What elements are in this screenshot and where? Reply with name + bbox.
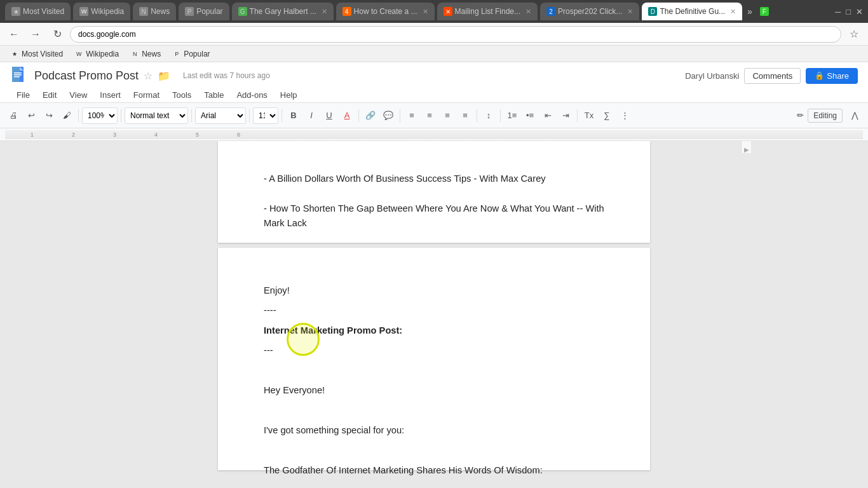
- redo-button[interactable]: ↪: [41, 107, 57, 124]
- doc-godfather-heading: The Godfather Of Internet Marketing Shar…: [264, 463, 604, 478]
- menu-addons[interactable]: Add-ons: [230, 88, 273, 102]
- minimize-icon[interactable]: ─: [835, 7, 841, 17]
- underline-button[interactable]: U: [321, 107, 337, 124]
- tab-prosper202[interactable]: 2 Prosper202 Click... ✕: [540, 3, 639, 20]
- tab-gary-halbert-close[interactable]: ✕: [322, 8, 327, 16]
- more-toolbar-button[interactable]: ⋮: [616, 107, 633, 124]
- menu-insert[interactable]: Insert: [93, 88, 127, 102]
- tab-popular[interactable]: P Popular: [179, 3, 229, 20]
- bookmark-wikipedia[interactable]: W Wikipedia: [69, 48, 124, 60]
- google-docs-container: Podcast Promo Post ☆ 📁 Last edit was 7 h…: [0, 62, 868, 488]
- font-select[interactable]: Arial: [195, 107, 246, 124]
- ordered-list-button[interactable]: 1≡: [504, 107, 520, 124]
- zoom-select[interactable]: 100%: [82, 107, 118, 124]
- lock-icon: 🔒: [815, 71, 824, 80]
- align-left-button[interactable]: ≡: [403, 107, 420, 124]
- tab-mailing-list-close[interactable]: ✕: [526, 8, 531, 16]
- clear-formatting-button[interactable]: Tx: [581, 107, 597, 124]
- paint-format-button[interactable]: 🖌: [58, 107, 75, 124]
- tab-prosper202-close[interactable]: ✕: [627, 8, 633, 16]
- more-tabs-button[interactable]: »: [747, 6, 752, 17]
- bold-button[interactable]: B: [285, 107, 302, 124]
- tab-news[interactable]: N News: [133, 3, 176, 20]
- page-container: - A Billion Dollars Worth Of Business Su…: [127, 141, 741, 488]
- menu-help[interactable]: Help: [274, 88, 304, 102]
- formula-button[interactable]: ∑: [599, 107, 615, 124]
- doc-spacer2: [264, 403, 604, 418]
- collapse-toolbar-button[interactable]: ⋀: [846, 107, 863, 124]
- close-browser-icon[interactable]: ✕: [856, 7, 863, 17]
- address-input[interactable]: [70, 26, 841, 43]
- tab-how-to-create-close[interactable]: ✕: [423, 8, 428, 16]
- unordered-list-button[interactable]: •≡: [522, 107, 538, 124]
- line-spacing-button[interactable]: ↕: [480, 107, 497, 124]
- menu-edit[interactable]: Edit: [36, 88, 63, 102]
- extension-favicon[interactable]: F: [760, 7, 769, 16]
- docs-star-button[interactable]: ☆: [144, 70, 153, 82]
- gary-halbert-favicon: G: [238, 7, 247, 16]
- tab-popular-label: Popular: [196, 7, 222, 16]
- tab-most-visited-label: Most Visited: [23, 7, 64, 16]
- prosper202-favicon: 2: [546, 7, 555, 16]
- share-button[interactable]: 🔒 Share: [806, 68, 858, 84]
- increase-indent-button[interactable]: ⇥: [557, 107, 574, 124]
- tab-how-to-create[interactable]: 4 How to Create a ... ✕: [336, 3, 435, 20]
- docs-toolbar: 🖨 ↩ ↪ 🖌 100% Normal text Arial 11 B I U …: [0, 103, 868, 128]
- align-center-button[interactable]: ≡: [421, 107, 438, 124]
- maximize-icon[interactable]: □: [846, 7, 851, 17]
- menu-tools[interactable]: Tools: [166, 88, 198, 102]
- comment-button[interactable]: 💬: [380, 107, 397, 124]
- font-size-select[interactable]: 11: [253, 107, 278, 124]
- doc-spacer: [264, 363, 604, 378]
- docs-last-edit: Last edit was 7 hours ago: [183, 71, 270, 80]
- undo-button[interactable]: ↩: [23, 107, 39, 124]
- print-button[interactable]: 🖨: [5, 107, 22, 124]
- most-visited-favicon: ★: [11, 7, 20, 16]
- menu-file[interactable]: File: [10, 88, 36, 102]
- editing-mode-selector[interactable]: Editing: [808, 109, 843, 123]
- toolbar-sep-3: [191, 109, 192, 122]
- bookmark-popular[interactable]: P Popular: [167, 48, 215, 60]
- tab-gary-halbert[interactable]: G The Gary Halbert ... ✕: [232, 3, 334, 20]
- bookmark-star[interactable]: ☆: [845, 25, 863, 43]
- align-right-button[interactable]: ≡: [439, 107, 456, 124]
- tab-wikipedia[interactable]: W Wikipedia: [73, 3, 130, 20]
- link-button[interactable]: 🔗: [362, 107, 379, 124]
- comments-button[interactable]: Comments: [744, 68, 801, 84]
- forward-button[interactable]: →: [27, 25, 44, 43]
- doc-spacer3: [264, 444, 604, 458]
- document-page-1[interactable]: - A Billion Dollars Worth Of Business Su…: [218, 141, 650, 243]
- sidebar-collapse-arrow[interactable]: ▶: [744, 146, 749, 153]
- doc-section-header: Internet Marketing Promo Post:: [264, 323, 604, 338]
- decrease-indent-button[interactable]: ⇤: [539, 107, 556, 124]
- bookmark-news[interactable]: N News: [125, 48, 166, 60]
- docs-folder-button[interactable]: 📁: [158, 70, 170, 82]
- menu-format[interactable]: Format: [127, 88, 166, 102]
- tab-most-visited[interactable]: ★ Most Visited: [5, 3, 71, 20]
- doc-greeting: Hey Everyone!: [264, 383, 604, 398]
- tab-mailing-list[interactable]: ✕ Mailing List Finde... ✕: [437, 3, 538, 20]
- bookmark-popular-icon: P: [172, 50, 181, 58]
- news-favicon: N: [139, 7, 148, 16]
- menu-view[interactable]: View: [63, 88, 93, 102]
- tab-definitive-guide[interactable]: D The Definitive Gu... ✕: [642, 3, 742, 20]
- docs-user-name: Daryl Urbanski: [685, 71, 739, 81]
- text-color-button[interactable]: A: [339, 107, 355, 124]
- italic-button[interactable]: I: [303, 107, 320, 124]
- menu-table[interactable]: Table: [198, 88, 230, 102]
- tab-prosper202-label: Prosper202 Click...: [558, 7, 622, 16]
- toolbar-sep-1: [78, 109, 79, 122]
- document-page-2[interactable]: Enjoy! ---- Internet Marketing Promo Pos…: [218, 248, 650, 470]
- bookmark-most-visited[interactable]: ★ Most Visited: [5, 48, 68, 60]
- doc-divider2: ---: [264, 343, 604, 358]
- justify-button[interactable]: ≡: [457, 107, 473, 124]
- docs-body[interactable]: - A Billion Dollars Worth Of Business Su…: [0, 141, 868, 488]
- google-docs-logo: [10, 66, 29, 85]
- definitive-guide-favicon: D: [648, 7, 657, 16]
- reload-button[interactable]: ↻: [48, 25, 66, 43]
- text-style-select[interactable]: Normal text: [125, 107, 188, 124]
- toolbar-sep-9: [500, 109, 501, 122]
- doc-divider1: ----: [264, 303, 604, 318]
- back-button[interactable]: ←: [5, 25, 23, 43]
- tab-definitive-guide-close[interactable]: ✕: [730, 8, 736, 16]
